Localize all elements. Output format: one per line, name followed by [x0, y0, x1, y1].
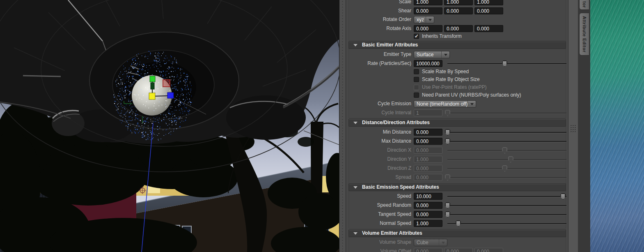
emitter-type-label: Emitter Type — [348, 51, 414, 58]
scale-z-field[interactable] — [474, 0, 503, 5]
section-title: Distance/Direction Attributes — [362, 119, 430, 126]
normal-speed-field[interactable] — [414, 220, 442, 227]
spread-slider — [447, 177, 566, 178]
volume-offset-label: Volume Offset — [348, 248, 414, 252]
normal-speed-slider[interactable] — [447, 223, 566, 224]
direction-z-row: Direction Z — [348, 165, 567, 172]
chevron-down-icon — [468, 101, 476, 107]
viewport-panel[interactable] — [0, 0, 339, 252]
scale-rate-object-size-label: Scale Rate By Object Size — [422, 76, 480, 83]
direction-x-slider — [447, 150, 566, 151]
rotate-axis-z-field[interactable] — [474, 25, 503, 32]
rotate-axis-row: Rotate Axis — [348, 25, 567, 32]
direction-y-slider — [447, 159, 566, 160]
collapse-triangle-icon[interactable] — [353, 44, 358, 46]
manip-axis-stem[interactable] — [151, 83, 154, 89]
min-distance-label: Min Distance — [348, 129, 414, 136]
speed-slider[interactable] — [447, 196, 566, 197]
cycle-interval-field — [414, 109, 442, 116]
need-parent-uv-checkbox[interactable] — [414, 92, 419, 98]
normal-speed-row: Normal Speed — [348, 220, 567, 227]
scale-rate-speed-checkbox[interactable] — [414, 69, 419, 74]
spread-row: Spread — [348, 174, 567, 181]
inherits-transform-row: Inherits Transform — [348, 33, 567, 41]
inherits-transform-label: Inherits Transform — [422, 33, 462, 40]
rotate-order-row: Rotate Order xyz — [348, 16, 567, 23]
inherits-transform-checkbox[interactable] — [414, 34, 419, 39]
shear-z-field[interactable] — [474, 7, 503, 14]
tab-attribute-editor[interactable]: Attribute Editor — [579, 13, 589, 55]
tangent-speed-field[interactable] — [414, 211, 442, 218]
max-distance-slider[interactable] — [447, 141, 566, 142]
rotate-axis-x-field[interactable] — [414, 25, 442, 32]
collapse-triangle-icon[interactable] — [353, 232, 358, 235]
direction-y-row: Direction Y — [348, 156, 567, 163]
section-distance-direction-header[interactable]: Distance/Direction Attributes — [348, 119, 566, 127]
scale-label: Scale — [348, 0, 414, 5]
cycle-emission-dropdown[interactable]: None (timeRandom off) — [414, 100, 476, 108]
volume-shape-row: Volume Shape Cube — [348, 239, 567, 246]
tangent-speed-slider[interactable] — [447, 214, 566, 215]
rate-field[interactable] — [414, 60, 442, 67]
cycle-interval-row: Cycle Interval — [348, 109, 567, 117]
scale-y-field[interactable] — [444, 0, 473, 5]
speed-random-slider[interactable] — [447, 205, 566, 206]
normal-speed-slider-handle[interactable] — [456, 220, 461, 227]
speed-random-slider-handle[interactable] — [445, 202, 450, 209]
max-distance-field[interactable] — [414, 138, 442, 145]
direction-z-slider — [447, 168, 566, 169]
section-emission-speed-header[interactable]: Basic Emission Speed Attributes — [348, 183, 566, 191]
section-volume-emitter-header[interactable]: Volume Emitter Attributes — [348, 229, 566, 237]
section-title: Volume Emitter Attributes — [362, 230, 422, 237]
manip-x-handle[interactable] — [167, 92, 174, 98]
normal-speed-label: Normal Speed — [348, 220, 414, 227]
rate-slider[interactable] — [447, 63, 566, 64]
scale-row: Scale — [348, 0, 567, 6]
manip-rotate-handle[interactable] — [163, 80, 170, 87]
max-distance-label: Max Distance — [348, 138, 414, 145]
volume-offset-row: Volume Offset — [348, 248, 567, 252]
shear-label: Shear — [348, 7, 414, 14]
volume-shape-value: Cube — [414, 239, 439, 246]
scale-rate-object-size-row: Scale Rate By Object Size — [348, 76, 567, 84]
use-per-point-rates-label: Use Per-Point Rates (ratePP) — [422, 84, 486, 91]
shear-x-field[interactable] — [414, 7, 442, 14]
shear-y-field[interactable] — [444, 7, 473, 14]
maya-window: Scale Shear Rotate Order xyz Rotate Axis — [0, 0, 644, 252]
tangent-speed-slider-handle[interactable] — [445, 211, 450, 218]
speed-row: Speed — [348, 193, 567, 200]
rate-slider-handle[interactable] — [502, 60, 507, 67]
max-distance-slider-handle[interactable] — [445, 138, 450, 145]
desktop-wallpaper — [590, 0, 644, 252]
speed-slider-handle[interactable] — [560, 193, 566, 200]
min-distance-slider[interactable] — [447, 132, 566, 133]
emitter-type-row: Emitter Type Surface — [348, 51, 567, 58]
rotate-axis-y-field[interactable] — [444, 25, 473, 32]
dock-resize-splitter[interactable] — [568, 0, 579, 252]
emitter-type-value: Surface — [414, 51, 441, 58]
rotate-axis-label: Rotate Axis — [348, 25, 414, 32]
min-distance-field[interactable] — [414, 129, 442, 136]
scale-rate-object-size-checkbox[interactable] — [414, 77, 419, 82]
emitter-type-dropdown[interactable]: Surface — [414, 51, 450, 58]
manip-center-handle[interactable] — [149, 93, 155, 99]
rotate-order-dropdown[interactable]: xyz — [414, 16, 434, 23]
speed-label: Speed — [348, 193, 414, 200]
direction-y-field — [414, 156, 442, 163]
min-distance-row: Min Distance — [348, 129, 567, 136]
section-basic-emitter-header[interactable]: Basic Emitter Attributes — [348, 41, 566, 49]
chevron-down-icon — [426, 16, 434, 23]
direction-y-slider-handle — [508, 156, 513, 163]
speed-random-field[interactable] — [414, 202, 442, 209]
manip-y-handle[interactable] — [150, 76, 155, 82]
collapse-triangle-icon[interactable] — [353, 186, 358, 189]
speed-random-label: Speed Random — [348, 202, 414, 209]
scale-x-field[interactable] — [414, 0, 442, 5]
attribute-editor-panel: Scale Shear Rotate Order xyz Rotate Axis — [346, 0, 568, 252]
min-distance-slider-handle[interactable] — [445, 129, 450, 136]
speed-field[interactable] — [414, 193, 442, 200]
dock-tab-partial[interactable]: tor — [579, 0, 589, 10]
shear-row: Shear — [348, 7, 567, 15]
collapse-triangle-icon[interactable] — [353, 122, 358, 124]
volume-offset-x-field — [414, 248, 442, 252]
